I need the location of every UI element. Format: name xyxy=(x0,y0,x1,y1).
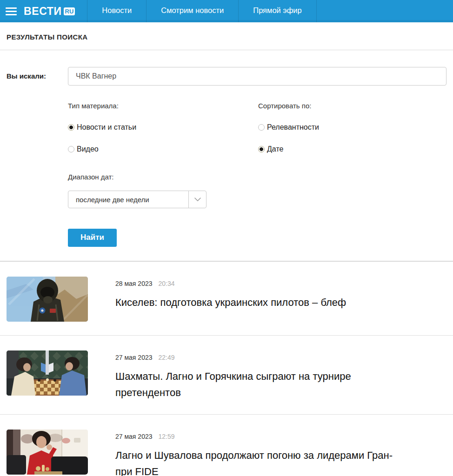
radio-relevance[interactable] xyxy=(258,124,265,131)
radio-video-label[interactable]: Видео xyxy=(77,145,99,153)
radio-news-articles[interactable] xyxy=(68,124,74,131)
sort-by-group: Сортировать по: Релевантности Дате xyxy=(258,102,319,153)
result-item: 28 мая 2023 20:34 Киселев: подготовка ук… xyxy=(0,262,453,336)
search-form: Вы искали: Тип материала: Новости и стат… xyxy=(0,50,453,247)
material-type-label: Тип материала: xyxy=(68,102,258,110)
main-nav: Новости Смотрим новости Прямой эфир xyxy=(87,0,316,22)
search-submit-button[interactable]: Найти xyxy=(68,229,117,247)
result-time: 12:59 xyxy=(159,433,175,440)
search-query-input[interactable] xyxy=(68,67,446,86)
nav-item-news[interactable]: Новости xyxy=(87,0,146,22)
hamburger-menu-icon[interactable] xyxy=(6,7,17,15)
chess-player-photo xyxy=(7,430,88,475)
top-navigation-bar: ВЕСТИ RU Новости Смотрим новости Прямой … xyxy=(0,0,453,22)
result-thumbnail-pilot[interactable] xyxy=(7,277,88,322)
radio-date-label[interactable]: Дате xyxy=(267,145,283,153)
result-date: 28 мая 2023 xyxy=(115,280,153,287)
page-title: РЕЗУЛЬТАТЫ ПОИСКА xyxy=(0,22,453,50)
result-title-link[interactable]: Лагно и Шувалова продолжают погоню за ли… xyxy=(115,447,394,476)
result-title-link[interactable]: Шахматы. Лагно и Горячкина сыграют на ту… xyxy=(115,368,394,401)
date-range-selected-value: последние две недели xyxy=(68,191,188,208)
query-label: Вы искали: xyxy=(7,67,68,80)
result-time: 20:34 xyxy=(159,280,175,287)
vesti-logo[interactable]: ВЕСТИ RU xyxy=(0,0,87,22)
logo-ru-badge: RU xyxy=(64,7,75,15)
result-item: 27 мая 2023 12:59 Лагно и Шувалова продо… xyxy=(0,415,453,476)
result-item: 27 мая 2023 22:49 Шахматы. Лагно и Горяч… xyxy=(0,336,453,415)
date-range-select[interactable]: последние две недели xyxy=(68,191,207,208)
nav-item-live[interactable]: Прямой эфир xyxy=(238,0,317,22)
date-range-label: Диапазон дат: xyxy=(68,173,446,181)
radio-relevance-label[interactable]: Релевантности xyxy=(267,123,319,132)
chess-match-photo xyxy=(7,350,88,396)
material-type-group: Тип материала: Новости и статьи Видео xyxy=(68,102,258,153)
radio-news-articles-label[interactable]: Новости и статьи xyxy=(77,123,136,132)
result-date: 27 мая 2023 xyxy=(115,354,153,361)
radio-video[interactable] xyxy=(68,146,74,152)
pilot-photo xyxy=(7,277,88,322)
chevron-down-icon xyxy=(188,191,206,208)
nav-item-watch-news[interactable]: Смотрим новости xyxy=(146,0,238,22)
result-date: 27 мая 2023 xyxy=(115,433,153,440)
result-title-link[interactable]: Киселев: подготовка украинских пилотов –… xyxy=(115,294,346,311)
search-results-list: 28 мая 2023 20:34 Киселев: подготовка ук… xyxy=(0,262,453,476)
radio-date[interactable] xyxy=(258,146,265,152)
result-thumbnail-chess-player[interactable] xyxy=(7,430,88,475)
logo-text: ВЕСТИ xyxy=(24,6,62,17)
sort-by-label: Сортировать по: xyxy=(258,102,319,110)
result-thumbnail-chess-match[interactable] xyxy=(7,350,88,396)
result-time: 22:49 xyxy=(159,354,175,361)
